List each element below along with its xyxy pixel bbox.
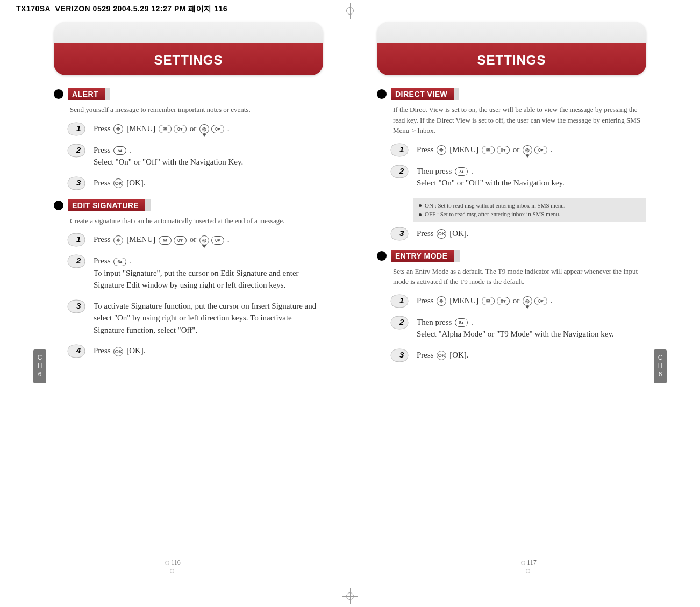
key-icon: 0▾ [174,236,187,245]
step: 2 Press 6▴ . To input "Signature", put t… [70,255,323,291]
step-marker: 3 [393,227,411,240]
key-icon: 0▾ [497,146,510,154]
down-icon: ◎ [523,296,532,306]
nav-icon: ✥ [113,124,123,134]
t: Press [94,346,112,355]
section-label-direct-view: DIRECT VIEW [391,88,459,100]
step-number: 2 [76,145,81,154]
t: . [551,296,553,305]
t: Select "On" or "Off" with the Navigation… [417,178,565,187]
ok-icon: OK [437,351,446,360]
t: Press [417,145,435,154]
key-icon: 0▾ [497,297,510,305]
t: or [190,235,198,244]
bullet-icon [377,89,387,99]
step-number: 2 [399,166,404,175]
t: Then press [417,318,454,326]
t: or [513,145,522,154]
step-marker: 2 [393,316,411,329]
section-desc-entry-mode: Sets an Entry Mode as a default. The T9 … [393,266,646,287]
section-label-alert: ALERT [68,88,110,100]
step-number: 3 [399,228,404,238]
t: or [190,124,198,133]
bullet-icon [54,201,63,210]
t: [OK]. [449,351,468,359]
step-marker: 1 [70,123,88,135]
section-desc-alert: Send yourself a message to remember impo… [70,104,323,115]
t: . [130,146,132,154]
bullet-icon [419,213,422,216]
step: 3 Press OK [OK]. [70,177,323,190]
t: [OK]. [126,346,145,355]
step: 2 Then press 7▴ . Select "On" or "Off" w… [393,165,646,189]
step-marker: 2 [393,165,411,178]
key-icon: 6▴ [113,258,126,266]
t: Select "On" or "Off" with the Navigation… [94,158,243,166]
page-number-left: 116 [161,559,183,575]
ok-icon: OK [113,178,123,188]
key-icon: 8▴ [455,318,468,327]
page-title-bar-right: SETTINGS [377,22,646,75]
down-icon: ◎ [199,235,209,245]
step: 3 To activate Signature function, put th… [70,300,323,337]
t: To input "Signature", put the cursor on … [94,269,299,290]
nav-icon: ✥ [437,296,446,306]
step-text: Then press 7▴ . Select "On" or "Off" wit… [417,165,565,189]
t: [OK]. [449,229,468,238]
step: 1 Press ✥ [MENU] ✉0▾ or ◎0▾ . [70,123,323,135]
section-header-alert: ALERT [54,88,323,100]
ok-icon: OK [437,229,446,239]
step-marker: 1 [393,144,411,156]
section-desc-edit-signature: Create a signature that can be automatic… [70,216,323,226]
step-text: Press OK [OK]. [94,345,146,357]
step-text: To activate Signature function, put the … [94,300,323,337]
step: 3 Press OK [OK]. [393,349,646,362]
file-header: TX170SA_VERIZON 0529 2004.5.29 12:27 PM … [16,4,227,14]
t: . [130,256,132,265]
t: Press [417,296,435,305]
step-marker: 4 [70,345,88,358]
t: Select "Alpha Mode" or "T9 Mode" with th… [417,330,614,338]
t: Press [94,146,112,154]
step-marker: 1 [70,233,88,246]
step: 4 Press OK [OK]. [70,345,323,358]
page-number-right: 117 [517,559,539,575]
key-icon: 0▾ [534,146,547,154]
step-text: Press ✥ [MENU] ✉0▾ or ◎0▾ . [417,144,553,156]
t: [MENU] [126,235,158,244]
step-number: 3 [76,301,81,310]
t: Press [417,229,435,238]
t: Then press [417,167,454,175]
t: [MENU] [449,296,481,305]
page-title-left: SETTINGS [154,53,223,68]
step-text: Press OK [OK]. [417,227,469,240]
down-icon: ◎ [199,124,209,134]
step-text: Press ✥ [MENU] ✉0▾ or ◎0▾ . [94,123,230,135]
page-left: SETTINGS ALERT Send yourself a message t… [0,16,350,607]
step-marker: 3 [393,349,411,362]
t: . [227,124,230,133]
step: 2 Press 5▴ . Select "On" or "Off" with t… [70,144,323,168]
t: Press [94,124,112,133]
key-icon: ✉ [159,125,172,133]
section-desc-direct-view: If the Direct View is set to on, the use… [393,104,646,136]
step-text: Press OK [OK]. [417,349,469,361]
note-line: OFF : Set to read msg after entering inb… [425,211,560,217]
step-marker: 1 [393,295,411,308]
t: . [227,235,230,244]
step-text: Press 6▴ . To input "Signature", put the… [94,255,323,291]
t: Press [417,351,435,359]
key-icon: 0▾ [174,125,187,133]
key-icon: ✉ [482,146,495,154]
page-title-right: SETTINGS [477,53,546,68]
section-header-entry-mode: ENTRY MODE [377,250,646,262]
section-label-entry-mode: ENTRY MODE [391,250,460,262]
nav-icon: ✥ [437,145,446,155]
ok-icon: OK [113,347,123,356]
step: 1 Press ✥ [MENU] ✉0▾ or ◎0▾ . [393,144,646,156]
key-icon: ✉ [159,236,172,245]
step: 3 Press OK [OK]. [393,227,646,240]
step-number: 4 [76,346,81,355]
chapter-tab-right: CH6 [654,349,667,383]
t: or [513,296,522,305]
